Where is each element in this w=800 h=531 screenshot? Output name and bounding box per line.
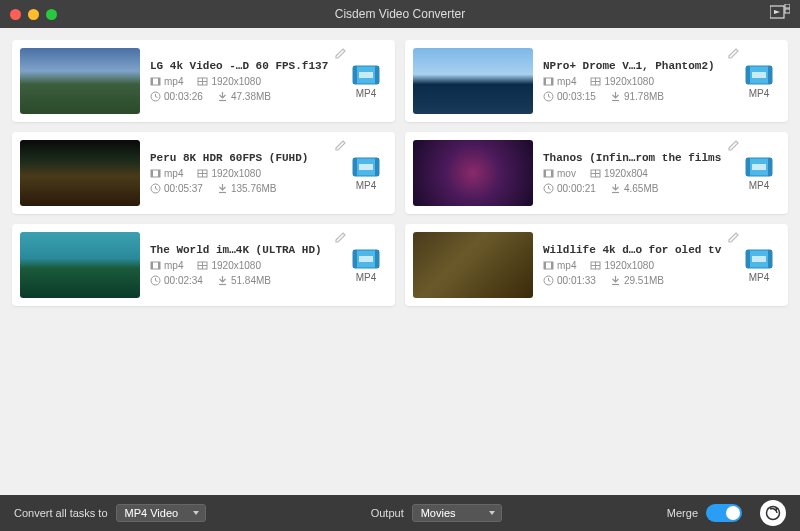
- video-title: Peru 8K HDR 60FPS (FUHD): [150, 152, 345, 164]
- video-card[interactable]: LG 4k Video -…D 60 FPS.f137mp41920x10800…: [12, 40, 395, 122]
- svg-rect-14: [359, 72, 373, 78]
- app-title: Cisdem Video Converter: [0, 7, 800, 21]
- resolution-meta: 1920x1080: [197, 168, 261, 179]
- edit-icon[interactable]: [727, 46, 740, 64]
- format-meta: mov: [543, 168, 576, 179]
- svg-rect-29: [158, 170, 160, 177]
- video-info: NPro+ Drome V…1, Phantom2)mp41920x108000…: [533, 48, 738, 114]
- convert-format-select[interactable]: MP4 Video: [116, 504, 206, 522]
- video-thumbnail[interactable]: [413, 232, 533, 298]
- media-library-icon[interactable]: [770, 4, 790, 24]
- svg-rect-60: [353, 250, 357, 268]
- svg-rect-13: [375, 66, 379, 84]
- svg-rect-37: [375, 158, 379, 176]
- video-card[interactable]: The World im…4K (ULTRA HD)mp41920x108000…: [12, 224, 395, 306]
- duration-meta: 00:02:34: [150, 275, 203, 286]
- merge-label: Merge: [667, 507, 698, 519]
- edit-icon[interactable]: [727, 138, 740, 156]
- output-format[interactable]: MP4: [738, 232, 780, 298]
- size-meta: 47.38MB: [217, 91, 271, 102]
- format-icon: [351, 156, 381, 178]
- video-thumbnail[interactable]: [20, 232, 140, 298]
- resolution-meta: 1920x1080: [590, 76, 654, 87]
- format-meta: mp4: [543, 76, 576, 87]
- video-title: Thanos (Infin…rom the films: [543, 152, 738, 164]
- duration-meta: 00:01:33: [543, 275, 596, 286]
- output-format[interactable]: MP4: [345, 140, 387, 206]
- video-card[interactable]: NPro+ Drome V…1, Phantom2)mp41920x108000…: [405, 40, 788, 122]
- footer-bar: Convert all tasks to MP4 Video Output Mo…: [0, 495, 800, 531]
- traffic-lights: [10, 9, 57, 20]
- format-label: MP4: [356, 272, 377, 283]
- svg-rect-73: [768, 250, 772, 268]
- app-window: Cisdem Video Converter LG 4k Video -…D 6…: [0, 0, 800, 531]
- duration-meta: 00:05:37: [150, 183, 203, 194]
- video-list: LG 4k Video -…D 60 FPS.f137mp41920x10800…: [0, 28, 800, 495]
- svg-rect-36: [353, 158, 357, 176]
- svg-rect-62: [359, 256, 373, 262]
- edit-icon[interactable]: [727, 230, 740, 248]
- format-icon: [351, 248, 381, 270]
- maximize-button[interactable]: [46, 9, 57, 20]
- format-label: MP4: [749, 180, 770, 191]
- format-meta: mp4: [543, 260, 576, 271]
- format-label: MP4: [356, 180, 377, 191]
- edit-icon[interactable]: [334, 138, 347, 156]
- size-meta: 4.65MB: [610, 183, 658, 194]
- duration-meta: 00:03:15: [543, 91, 596, 102]
- video-thumbnail[interactable]: [413, 140, 533, 206]
- resolution-meta: 1920x1080: [197, 76, 261, 87]
- edit-icon[interactable]: [334, 46, 347, 64]
- format-meta: mp4: [150, 168, 183, 179]
- video-thumbnail[interactable]: [413, 48, 533, 114]
- output-format[interactable]: MP4: [345, 232, 387, 298]
- size-meta: 29.51MB: [610, 275, 664, 286]
- format-icon: [744, 64, 774, 86]
- output-format[interactable]: MP4: [738, 48, 780, 114]
- format-label: MP4: [749, 272, 770, 283]
- size-meta: 135.76MB: [217, 183, 277, 194]
- video-info: LG 4k Video -…D 60 FPS.f137mp41920x10800…: [140, 48, 345, 114]
- output-folder-select[interactable]: Movies: [412, 504, 502, 522]
- svg-rect-50: [752, 164, 766, 170]
- merge-toggle[interactable]: [706, 504, 742, 522]
- svg-rect-49: [768, 158, 772, 176]
- video-title: The World im…4K (ULTRA HD): [150, 244, 345, 256]
- svg-rect-48: [746, 158, 750, 176]
- svg-rect-1: [785, 4, 790, 8]
- output-format[interactable]: MP4: [738, 140, 780, 206]
- format-meta: mp4: [150, 260, 183, 271]
- video-thumbnail[interactable]: [20, 48, 140, 114]
- titlebar: Cisdem Video Converter: [0, 0, 800, 28]
- svg-rect-65: [551, 262, 553, 269]
- svg-rect-5: [158, 78, 160, 85]
- video-thumbnail[interactable]: [20, 140, 140, 206]
- minimize-button[interactable]: [28, 9, 39, 20]
- output-format[interactable]: MP4: [345, 48, 387, 114]
- svg-rect-16: [544, 78, 546, 85]
- format-icon: [744, 156, 774, 178]
- svg-rect-28: [151, 170, 153, 177]
- edit-icon[interactable]: [334, 230, 347, 248]
- duration-meta: 00:03:26: [150, 91, 203, 102]
- svg-rect-74: [752, 256, 766, 262]
- video-card[interactable]: Peru 8K HDR 60FPS (FUHD)mp41920x108000:0…: [12, 132, 395, 214]
- svg-rect-12: [353, 66, 357, 84]
- svg-rect-41: [551, 170, 553, 177]
- size-meta: 51.84MB: [217, 275, 271, 286]
- output-label: Output: [371, 507, 404, 519]
- svg-rect-61: [375, 250, 379, 268]
- video-info: Peru 8K HDR 60FPS (FUHD)mp41920x108000:0…: [140, 140, 345, 206]
- svg-rect-64: [544, 262, 546, 269]
- resolution-meta: 1920x1080: [197, 260, 261, 271]
- video-card[interactable]: Thanos (Infin…rom the filmsmov1920x80400…: [405, 132, 788, 214]
- svg-rect-17: [551, 78, 553, 85]
- svg-rect-40: [544, 170, 546, 177]
- video-card[interactable]: Wildlife 4k d…o for oled tvmp41920x10800…: [405, 224, 788, 306]
- video-title: LG 4k Video -…D 60 FPS.f137: [150, 60, 345, 72]
- format-label: MP4: [749, 88, 770, 99]
- svg-rect-53: [158, 262, 160, 269]
- duration-meta: 00:00:21: [543, 183, 596, 194]
- start-convert-button[interactable]: [760, 500, 786, 526]
- close-button[interactable]: [10, 9, 21, 20]
